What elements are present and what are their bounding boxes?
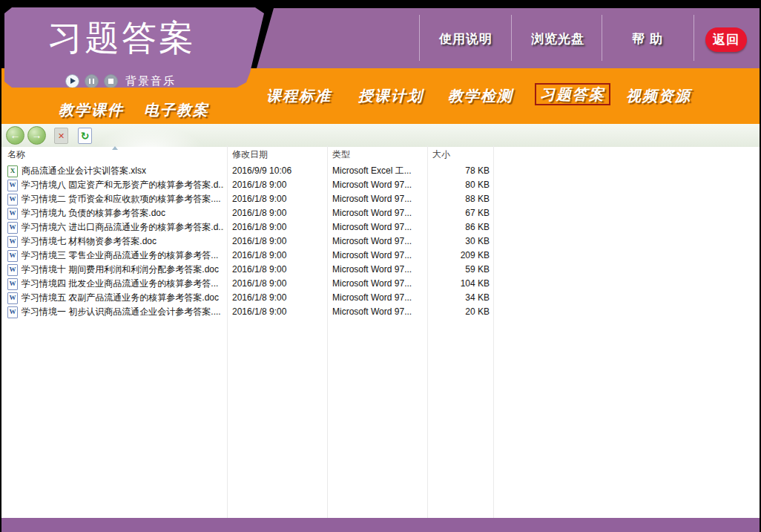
browser-toolbar: ← → ✕ ↻	[1, 122, 760, 147]
file-name-cell[interactable]: W学习情境五 农副产品流通业务的核算参考答案.doc	[7, 291, 224, 305]
nav-item-video-resources[interactable]: 视频资源	[618, 87, 699, 105]
file-name: 学习情境八 固定资产和无形资产的核算参考答案.d...	[22, 178, 224, 192]
file-row[interactable]: W学习情境三 零售企业商品流通业务的核算参考答...2016/1/8 9:00M…	[1, 249, 760, 263]
refresh-icon[interactable]: ↻	[78, 128, 92, 144]
file-row[interactable]: X商品流通企业会计实训答案.xlsx2016/9/9 10:06Microsof…	[1, 164, 760, 178]
file-name-cell[interactable]: W学习情境八 固定资产和无形资产的核算参考答案.d...	[7, 178, 224, 192]
column-header-name[interactable]: 名称	[7, 148, 25, 161]
file-type: Microsoft Word 97...	[332, 220, 424, 234]
menu-divider	[419, 15, 420, 61]
return-button[interactable]: 返回	[705, 27, 747, 52]
pause-icon[interactable]	[85, 74, 99, 88]
file-name-cell[interactable]: W学习情境六 进出口商品流通业务的核算参考答案.d...	[7, 220, 224, 234]
word-file-icon: W	[7, 236, 18, 248]
file-name-cell[interactable]: W学习情境二 货币资金和应收款项的核算参考答案....	[7, 192, 224, 206]
nav-item-exercise-answers-active[interactable]: 习题答案	[535, 83, 610, 105]
word-file-icon: W	[7, 306, 18, 318]
file-name: 学习情境十 期间费用利润和利润分配参考答案.doc	[22, 263, 219, 277]
file-name: 学习情境九 负债的核算参考答案.doc	[22, 206, 165, 220]
file-name: 商品流通企业会计实训答案.xlsx	[22, 164, 146, 178]
file-size: 67 KB	[427, 206, 490, 220]
file-row[interactable]: W学习情境二 货币资金和应收款项的核算参考答案....2016/1/8 9:00…	[1, 192, 760, 206]
menu-item-browse-disc[interactable]: 浏览光盘	[524, 30, 591, 48]
file-date-modified: 2016/1/8 9:00	[232, 192, 326, 206]
background-music-controls: 背景音乐	[65, 74, 176, 88]
file-row[interactable]: W学习情境四 批发企业商品流通业务的核算参考答...2016/1/8 9:00M…	[1, 277, 760, 291]
nav-item-electronic-lesson-plans[interactable]: 电子教案	[136, 101, 217, 119]
footer-bar	[1, 518, 760, 532]
file-row[interactable]: W学习情境九 负债的核算参考答案.doc2016/1/8 9:00Microso…	[1, 206, 760, 220]
nav-item-teaching-courseware[interactable]: 教学课件	[50, 101, 132, 119]
nav-item-teaching-plan[interactable]: 授课计划	[350, 87, 432, 105]
menu-item-help[interactable]: 帮 助	[614, 30, 681, 48]
column-header-size[interactable]: 大小	[432, 148, 450, 161]
file-name-cell[interactable]: W学习情境七 材料物资参考答案.doc	[7, 234, 224, 249]
word-file-icon: W	[7, 292, 18, 304]
column-header-type[interactable]: 类型	[332, 148, 350, 161]
file-date-modified: 2016/1/8 9:00	[232, 263, 326, 277]
file-row[interactable]: W学习情境一 初步认识商品流通企业会计参考答案....2016/1/8 9:00…	[1, 305, 760, 319]
app-window: 使用说明 浏览光盘 帮 助 返回 教学课件 电子教案 课程标准 授课计划 教学检…	[0, 0, 761, 532]
file-list-header: 名称 修改日期 类型 大小	[1, 145, 760, 162]
file-name: 学习情境四 批发企业商品流通业务的核算参考答...	[22, 277, 218, 291]
file-name-cell[interactable]: W学习情境九 负债的核算参考答案.doc	[7, 206, 224, 220]
file-row[interactable]: W学习情境八 固定资产和无形资产的核算参考答案.d...2016/1/8 9:0…	[1, 178, 760, 192]
word-file-icon: W	[7, 222, 18, 234]
file-name-cell[interactable]: W学习情境十 期间费用利润和利润分配参考答案.doc	[7, 263, 224, 277]
file-date-modified: 2016/1/8 9:00	[232, 249, 326, 263]
file-date-modified: 2016/9/9 10:06	[232, 164, 326, 178]
file-size: 20 KB	[427, 305, 490, 319]
page-title: 习题答案	[47, 15, 196, 62]
file-date-modified: 2016/1/8 9:00	[232, 206, 326, 220]
word-file-icon: W	[7, 180, 18, 191]
file-size: 30 KB	[427, 234, 490, 249]
file-row[interactable]: W学习情境五 农副产品流通业务的核算参考答案.doc2016/1/8 9:00M…	[1, 291, 760, 305]
file-date-modified: 2016/1/8 9:00	[232, 234, 326, 249]
menu-divider	[511, 15, 512, 61]
file-browser: ← → ✕ ↻ 名称 修改日期 类型 大小 X商品流通企业会计实训答案.xlsx…	[1, 122, 760, 518]
file-name: 学习情境六 进出口商品流通业务的核算参考答案.d...	[22, 220, 224, 234]
file-rows: X商品流通企业会计实训答案.xlsx2016/9/9 10:06Microsof…	[1, 164, 760, 319]
toolbar-highlight	[90, 124, 209, 147]
file-name-cell[interactable]: X商品流通企业会计实训答案.xlsx	[7, 164, 224, 178]
stop-loading-icon[interactable]: ✕	[54, 128, 68, 144]
file-size: 86 KB	[427, 220, 490, 234]
background-music-label: 背景音乐	[125, 74, 176, 88]
column-header-date-modified[interactable]: 修改日期	[232, 148, 268, 161]
file-date-modified: 2016/1/8 9:00	[232, 277, 326, 291]
file-type: Microsoft Word 97...	[332, 234, 424, 249]
stop-icon[interactable]	[104, 74, 118, 88]
file-date-modified: 2016/1/8 9:00	[232, 305, 326, 319]
file-size: 59 KB	[427, 263, 490, 277]
file-name-cell[interactable]: W学习情境一 初步认识商品流通企业会计参考答案....	[7, 305, 224, 319]
nav-item-course-standards[interactable]: 课程标准	[258, 87, 340, 105]
menu-divider	[694, 15, 694, 61]
forward-icon[interactable]: →	[27, 126, 46, 145]
menu-item-instructions[interactable]: 使用说明	[432, 30, 499, 48]
nav-item-teaching-tests[interactable]: 教学检测	[440, 87, 521, 105]
title-banner: 习题答案 背景音乐	[4, 7, 265, 88]
file-name: 学习情境七 材料物资参考答案.doc	[22, 234, 157, 249]
file-size: 78 KB	[427, 164, 490, 178]
back-icon[interactable]: ←	[6, 126, 24, 145]
file-size: 80 KB	[427, 178, 490, 192]
file-name: 学习情境三 零售企业商品流通业务的核算参考答...	[22, 249, 218, 263]
word-file-icon: W	[7, 208, 18, 220]
word-file-icon: W	[7, 264, 18, 276]
word-file-icon: W	[7, 194, 18, 206]
file-row[interactable]: W学习情境七 材料物资参考答案.doc2016/1/8 9:00Microsof…	[1, 234, 760, 249]
file-type: Microsoft Word 97...	[332, 277, 424, 291]
word-file-icon: W	[7, 278, 18, 290]
file-size: 209 KB	[427, 249, 490, 263]
file-name-cell[interactable]: W学习情境四 批发企业商品流通业务的核算参考答...	[7, 277, 224, 291]
excel-file-icon: X	[7, 165, 18, 177]
file-type: Microsoft Word 97...	[332, 178, 424, 192]
file-row[interactable]: W学习情境六 进出口商品流通业务的核算参考答案.d...2016/1/8 9:0…	[1, 220, 760, 234]
word-file-icon: W	[7, 250, 18, 262]
file-row[interactable]: W学习情境十 期间费用利润和利润分配参考答案.doc2016/1/8 9:00M…	[1, 263, 760, 277]
play-icon[interactable]	[65, 74, 79, 88]
file-type: Microsoft Word 97...	[332, 291, 424, 305]
file-date-modified: 2016/1/8 9:00	[232, 220, 326, 234]
file-name-cell[interactable]: W学习情境三 零售企业商品流通业务的核算参考答...	[7, 249, 224, 263]
file-name: 学习情境二 货币资金和应收款项的核算参考答案....	[22, 192, 221, 206]
